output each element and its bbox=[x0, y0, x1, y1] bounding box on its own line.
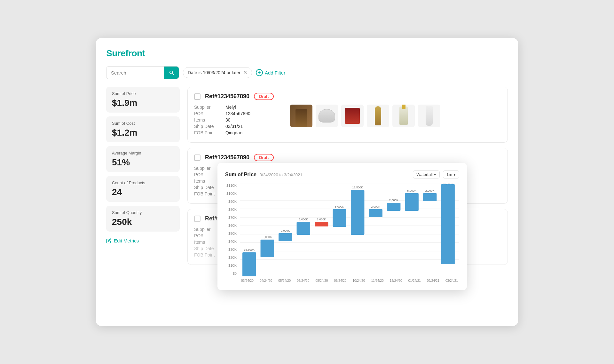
x-axis-label: 04/24/20 bbox=[260, 279, 272, 282]
x-axis-label: 03/24/21 bbox=[445, 279, 458, 282]
chart-bar bbox=[333, 209, 346, 227]
chart-bar bbox=[297, 222, 310, 235]
chart-controls: Waterfall ▾ 1m ▾ bbox=[413, 170, 459, 178]
filter-close-button[interactable]: ✕ bbox=[243, 70, 247, 75]
chart-bar bbox=[261, 240, 274, 257]
record-checkbox-2[interactable] bbox=[194, 154, 201, 161]
x-axis-label: 08/24/20 bbox=[315, 279, 328, 282]
chart-bar bbox=[351, 190, 364, 235]
chart-type-button[interactable]: Waterfall ▾ bbox=[413, 170, 440, 178]
edit-metrics-button[interactable]: Edit Metrics bbox=[106, 237, 180, 245]
record-header-1: Ref#1234567890 Draft bbox=[194, 93, 501, 100]
y-axis-label: $30K bbox=[225, 248, 237, 251]
metric-label-avg-margin: Average Margin bbox=[112, 151, 174, 155]
svg-text:6,000K: 6,000K bbox=[299, 218, 308, 221]
x-axis-label: 01/24/21 bbox=[408, 279, 421, 282]
y-axis-label: $50K bbox=[225, 232, 237, 235]
metric-label-sum-quantity: Sum of Quantity bbox=[112, 210, 174, 215]
y-axis-label: $100K bbox=[225, 192, 237, 195]
chart-bar bbox=[369, 209, 382, 217]
product-image bbox=[341, 105, 364, 127]
y-axis-label: $70K bbox=[225, 216, 237, 219]
metric-label-sum-price: Sum of Price bbox=[112, 91, 174, 96]
chart-bar bbox=[387, 203, 400, 211]
record-checkbox-1[interactable] bbox=[194, 93, 201, 100]
field-value: Meiyi bbox=[225, 105, 236, 110]
chart-date-range: 3/24/2020 to 3/24/2021 bbox=[260, 172, 303, 177]
field-value: 30 bbox=[225, 117, 231, 123]
metric-label-count-products: Count of Products bbox=[112, 180, 174, 185]
draft-badge-1: Draft bbox=[254, 93, 274, 100]
chart-overlay: Sum of Price 3/24/2020 to 3/24/2021 Wate… bbox=[217, 163, 467, 290]
metric-card-avg-margin: Average Margin 51% bbox=[106, 146, 180, 172]
field-row: PO# 1234567890 bbox=[194, 111, 284, 116]
chart-bars-area: 18,500K 5,000K 2,000K 6,000K 1,000K bbox=[240, 184, 459, 282]
sidebar: Sum of Price $1.9m Sum of Cost $1.2m Ave… bbox=[106, 87, 180, 270]
y-axis-label: $20K bbox=[225, 256, 237, 259]
field-value: 03/31/21 bbox=[225, 124, 243, 129]
x-axis: 03/24/20 04/24/20 05/24/20 06/24/20 08/2… bbox=[240, 279, 459, 282]
record-ref-1: Ref#1234567890 bbox=[205, 93, 249, 100]
x-axis-label: 05/24/20 bbox=[278, 279, 291, 282]
y-axis-label: $110K bbox=[225, 184, 237, 187]
metric-card-count-products: Count of Products 24 bbox=[106, 176, 180, 202]
x-axis-label: 11/24/20 bbox=[371, 279, 384, 282]
chart-interval-button[interactable]: 1m ▾ bbox=[443, 170, 459, 178]
record-body-1: Supplier Meiyi PO# 1234567890 Items 30 bbox=[194, 105, 501, 137]
filter-chip: Date is 10/03/2024 or later ✕ bbox=[183, 67, 252, 78]
record-fields-1: Supplier Meiyi PO# 1234567890 Items 30 bbox=[194, 105, 284, 137]
product-image bbox=[290, 105, 312, 127]
x-axis-label: 09/24/20 bbox=[334, 279, 346, 282]
metric-card-sum-quantity: Sum of Quantity 250k bbox=[106, 206, 180, 232]
metric-card-sum-price: Sum of Price $1.9m bbox=[106, 87, 180, 113]
chart-bar bbox=[423, 193, 437, 201]
chevron-down-icon: ▾ bbox=[453, 172, 456, 177]
search-icon bbox=[169, 70, 174, 75]
field-row: Ship Date 03/31/21 bbox=[194, 124, 284, 129]
chart-body: $110K $100K $90K $80K $70K $60K $50K $40… bbox=[225, 184, 459, 282]
y-axis-label: $90K bbox=[225, 200, 237, 203]
chart-header: Sum of Price 3/24/2020 to 3/24/2021 Wate… bbox=[225, 170, 459, 178]
svg-text:2,000K: 2,000K bbox=[425, 189, 435, 192]
svg-text:5,000K: 5,000K bbox=[263, 235, 272, 239]
chart-bar bbox=[441, 184, 455, 264]
x-axis-label: 10/24/20 bbox=[353, 279, 365, 282]
svg-text:2,000K: 2,000K bbox=[281, 229, 290, 232]
y-axis-label: $40K bbox=[225, 240, 237, 243]
product-image bbox=[392, 105, 415, 127]
add-filter-button[interactable]: + Add Filter bbox=[256, 69, 285, 76]
chart-bar bbox=[405, 193, 419, 211]
search-button[interactable] bbox=[164, 67, 179, 79]
field-label: FOB Point bbox=[194, 130, 223, 135]
metric-value-avg-margin: 51% bbox=[112, 157, 174, 168]
pencil-icon bbox=[106, 238, 111, 243]
y-axis-label: $10K bbox=[225, 264, 237, 267]
app-container: Surefront Date is 10/03/2024 or later ✕ … bbox=[96, 38, 518, 326]
svg-text:5,000K: 5,000K bbox=[335, 205, 344, 208]
svg-text:2,000K: 2,000K bbox=[371, 205, 380, 208]
field-label: Items bbox=[194, 117, 223, 123]
field-row: Items 30 bbox=[194, 117, 284, 123]
record-checkbox-3[interactable] bbox=[194, 216, 201, 222]
y-axis-label: $60K bbox=[225, 224, 237, 227]
chart-bar bbox=[242, 252, 256, 276]
field-value: 1234567890 bbox=[225, 111, 250, 116]
record-ref-2: Ref#1234567890 bbox=[205, 154, 249, 161]
x-axis-label: 12/24/20 bbox=[390, 279, 402, 282]
top-bar: Date is 10/03/2024 or later ✕ + Add Filt… bbox=[106, 66, 508, 79]
chart-bar bbox=[315, 222, 328, 226]
field-label: Supplier bbox=[194, 105, 223, 110]
product-image bbox=[418, 105, 440, 127]
chart-type-label: Waterfall bbox=[416, 172, 433, 177]
metric-card-sum-cost: Sum of Cost $1.2m bbox=[106, 116, 180, 142]
metric-value-sum-cost: $1.2m bbox=[112, 128, 174, 138]
edit-metrics-label: Edit Metrics bbox=[114, 238, 139, 243]
svg-text:18,500K: 18,500K bbox=[443, 184, 453, 185]
chart-interval-label: 1m bbox=[446, 172, 452, 177]
y-axis-label: $0 bbox=[225, 272, 237, 275]
add-filter-label: Add Filter bbox=[265, 70, 285, 75]
search-input[interactable] bbox=[106, 67, 164, 79]
x-axis-label: 03/24/20 bbox=[241, 279, 254, 282]
metric-value-sum-price: $1.9m bbox=[112, 98, 174, 108]
chart-bar bbox=[279, 233, 292, 241]
